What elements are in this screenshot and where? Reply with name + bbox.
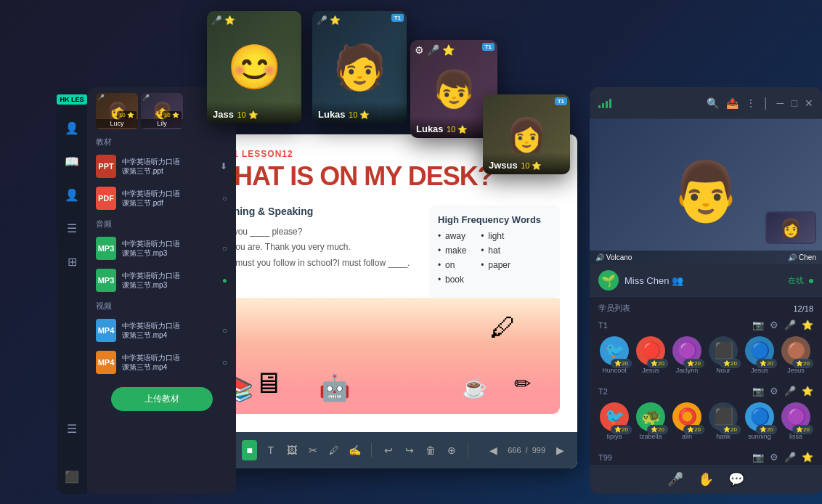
sidebar-icon-bottom[interactable]: ⬛ [62, 466, 82, 487]
main-content: UNIT1 LESSON12 WHAT IS ON MY DESK? Liste… [192, 134, 577, 468]
sidebar-icon-book[interactable]: 📖 [62, 151, 82, 171]
team-t2-settings-icon[interactable]: ⚙ [770, 386, 778, 397]
student-card-lissa[interactable]: 🟣 ⭐20 lissa [780, 402, 812, 440]
sidebar-icon-settings[interactable]: ☰ [62, 418, 82, 439]
rp-maximize-icon[interactable]: □ [792, 97, 797, 109]
team-t1-grid: 🐦 ⭐20 Huncoot 🔴 ⭐20 Jesus 🟣 ⭐20 Jaclynn [590, 333, 822, 380]
rp-more-icon[interactable]: ⋮ [746, 97, 756, 109]
student-card-jesus2[interactable]: 🔵 ⭐20 Jesus [744, 336, 776, 374]
team-t1-cam-icon[interactable]: 📷 [752, 320, 764, 330]
tb-text-btn[interactable]: T [263, 440, 278, 460]
jesus2-score: ⭐20 [756, 359, 777, 368]
team-t2-cam-icon[interactable]: 📷 [752, 386, 764, 397]
team-t1-settings-icon[interactable]: ⚙ [770, 320, 778, 330]
page-next-btn[interactable]: ▶ [550, 440, 570, 460]
team-t2-label: T2 📷 ⚙ 🎤 ⭐ [590, 383, 822, 399]
lesson-line-3: -What must you follow in school?I must f… [210, 256, 415, 272]
team-t1-mic-icon[interactable]: 🎤 [784, 320, 796, 330]
team-t2-mic-icon[interactable]: 🎤 [784, 386, 796, 397]
nour-score: ⭐20 [720, 359, 741, 368]
student-card-iipiya[interactable]: 🐦 ⭐20 Iipiya [598, 402, 630, 440]
material-mp3b[interactable]: MP3 中学英语听力口语课第三节.mp3 ● [87, 264, 236, 296]
team-t99-mic-icon[interactable]: 🎤 [784, 452, 796, 463]
lukas-name: Lukas [318, 109, 346, 120]
student-card-sunning[interactable]: 🔵 ⭐20 sunning [744, 402, 776, 440]
student-card-huncoot[interactable]: 🐦 ⭐20 Huncoot [598, 336, 630, 374]
upload-button[interactable]: 上传教材 [111, 387, 213, 411]
team-t2-star-icon[interactable]: ⭐ [802, 386, 813, 397]
tb-green-btn[interactable]: ■ [242, 440, 257, 460]
student-card-jesus3[interactable]: 🟤 ⭐20 Jesus [780, 336, 812, 374]
tb-write-btn[interactable]: ✍ [347, 440, 362, 460]
rp-mic-bottom-icon[interactable]: 🎤 [667, 471, 683, 487]
team-t1-star-icon[interactable]: ⭐ [802, 320, 813, 330]
material-pdf[interactable]: PDF 中学英语听力口语课第三节.pdf ○ [87, 182, 236, 214]
student-card-nour[interactable]: ⬛ ⭐20 Nour [707, 336, 739, 374]
float-card-jass[interactable]: 😊 🎤 ⭐ Jass 10 ⭐ [207, 11, 301, 123]
lucy-name: Lucy [96, 119, 138, 128]
tb-expand-btn[interactable]: ⊕ [444, 440, 459, 460]
student-thumb-lucy[interactable]: 👩 🎤 10 ⭐ Lucy [96, 93, 138, 129]
page-prev-btn[interactable]: ◀ [483, 440, 503, 460]
student-card-izabella[interactable]: 🐢 ⭐20 Izabella [635, 402, 667, 440]
tb-image-btn[interactable]: 🖼 [284, 440, 299, 460]
rp-hand-bottom-icon[interactable]: ✋ [698, 471, 714, 487]
sidebar-icon-menu[interactable]: ☰ [62, 218, 82, 238]
jass-score: 10 ⭐ [237, 110, 258, 119]
mp4b-action[interactable]: ○ [222, 357, 227, 367]
student-thumb-lily[interactable]: 👧 🎤 10 ⭐ Lily [141, 93, 183, 129]
mp4a-action[interactable]: ○ [222, 325, 227, 336]
rp-share-icon[interactable]: 📤 [726, 97, 738, 109]
pdf-action[interactable]: ○ [222, 193, 227, 203]
mp3a-icon: MP3 [96, 237, 116, 260]
lukas2-score: 10 ⭐ [447, 125, 468, 134]
rp-close-icon[interactable]: ✕ [805, 97, 813, 109]
material-mp4b[interactable]: MP4 中学英语听力口语课第三节.mp4 ○ [87, 346, 236, 378]
jass-overlay: Jass 10 ⭐ [207, 102, 301, 123]
mp3b-action[interactable]: ● [222, 275, 227, 285]
student-card-jesus1[interactable]: 🔴 ⭐20 Jesus [635, 336, 667, 374]
tb-draw-btn[interactable]: 🖊 [326, 440, 341, 460]
tb-delete-btn[interactable]: 🗑 [423, 440, 438, 460]
rp-divider: │ [763, 97, 770, 109]
tb-cut-btn[interactable]: ✂ [305, 440, 320, 460]
mp3a-action[interactable]: ○ [222, 243, 227, 253]
material-mp4a[interactable]: MP4 中学英语听力口语课第三节.mp4 ○ [87, 314, 236, 346]
float-card-lukas[interactable]: 🧑 🎤 ⭐ T1 Lukas 10 ⭐ [312, 11, 407, 123]
lesson-body: Listening & Speaking - Can you ____ plea… [210, 206, 560, 298]
lesson-right: High Frequency Words away make on book l… [429, 206, 560, 298]
team-t99-cam-icon[interactable]: 📷 [752, 452, 764, 463]
lukas-icons: 🎤 ⭐ [317, 15, 341, 25]
material-mp3a[interactable]: MP3 中学英语听力口语课第三节.mp3 ○ [87, 232, 236, 264]
tb-redo-btn[interactable]: ↪ [402, 440, 417, 460]
sidebar-icon-user2[interactable]: 👤 [62, 184, 82, 205]
student-card-jaclynn[interactable]: 🟣 ⭐20 Jaclynn [671, 336, 703, 374]
material-ppt[interactable]: PPT 中学英语听力口语课第三节.ppt ⬇ [87, 150, 236, 182]
rp-minimize-icon[interactable]: ─ [777, 97, 784, 109]
sidebar-icon-profile[interactable]: 👤 [62, 118, 82, 138]
mini-cam-emoji: 👩 [780, 218, 802, 238]
team-t99-settings-icon[interactable]: ⚙ [770, 452, 778, 463]
status-dot [809, 279, 813, 283]
rp-chat-bottom-icon[interactable]: 💬 [728, 471, 744, 487]
lily-name: Lily [141, 119, 183, 128]
lukas2-t1-badge: T1 [482, 43, 495, 51]
lissa-score: ⭐20 [792, 425, 813, 434]
ppt-name: 中学英语听力口语课第三节.ppt [122, 157, 214, 176]
ppt-action[interactable]: ⬇ [220, 161, 227, 171]
student-card-hank[interactable]: ⬛ ⭐20 hank [707, 402, 739, 440]
sidebar-icon-grid[interactable]: ⊞ [62, 251, 82, 272]
hank-avatar-wrap: ⬛ ⭐20 [709, 402, 738, 431]
signal-bar-2 [602, 103, 604, 108]
high-freq-box: High Frequency Words away make on book l… [429, 206, 560, 298]
lesson-content: UNIT1 LESSON12 WHAT IS ON MY DESK? Liste… [192, 134, 577, 432]
team-t99-star-icon[interactable]: ⭐ [802, 452, 813, 463]
rp-search-icon[interactable]: 🔍 [707, 97, 719, 109]
hf-col2: light hat paper [481, 231, 510, 289]
jaclynn-avatar-wrap: 🟣 ⭐20 [672, 336, 701, 365]
student-list-label: 学员列表 [598, 303, 630, 314]
tb-undo-btn[interactable]: ↩ [381, 440, 396, 460]
float-card-jwsus[interactable]: 👩 T1 Jwsus 10 ⭐ [483, 94, 570, 174]
toolbar-divider [371, 443, 372, 458]
student-card-alin[interactable]: ⭕ ⭐20 alin [671, 402, 703, 440]
